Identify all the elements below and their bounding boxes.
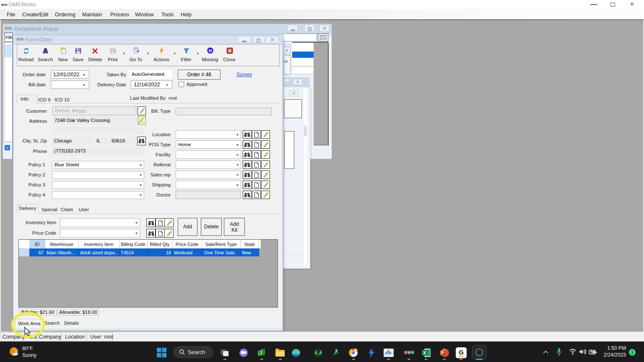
svg-text:M: M (408, 351, 410, 354)
svg-text:X: X (423, 350, 426, 355)
svg-text:P: P (441, 350, 444, 355)
svg-text:E: E (412, 351, 414, 354)
svg-text:D: D (405, 351, 407, 354)
svg-text:M: M (209, 49, 212, 53)
